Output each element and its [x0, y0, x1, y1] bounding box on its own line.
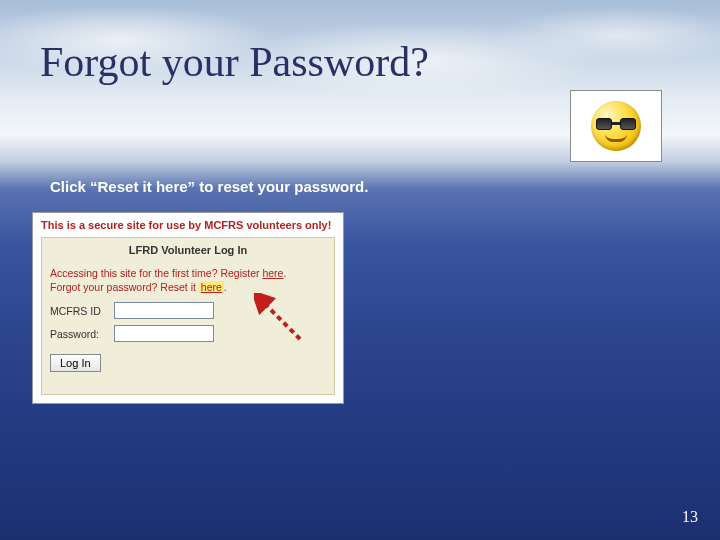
- instruction-suffix: to reset your password.: [195, 178, 368, 195]
- id-label: MCFRS ID: [50, 305, 108, 317]
- instruction-prefix: Click “Reset it: [50, 178, 156, 195]
- form-header: LFRD Volunteer Log In: [50, 244, 326, 256]
- emoji-image: [570, 90, 662, 162]
- instruction-text: Click “Reset it here” to reset your pass…: [50, 178, 368, 195]
- reset-here-link[interactable]: here: [199, 281, 224, 293]
- helper-links: Accessing this site for the first time? …: [50, 266, 326, 294]
- instruction-bold: here”: [156, 178, 195, 195]
- password-row: Password:: [50, 325, 326, 342]
- password-label: Password:: [50, 328, 108, 340]
- cool-smiley-icon: [591, 101, 641, 151]
- id-row: MCFRS ID: [50, 302, 326, 319]
- slide: Forgot your Password? Click “Reset it he…: [0, 0, 720, 540]
- secure-site-note: This is a secure site for use by MCFRS v…: [41, 219, 335, 231]
- mcfrs-id-input[interactable]: [114, 302, 214, 319]
- reset-line: Forgot your password? Reset it here.: [50, 280, 326, 294]
- register-line: Accessing this site for the first time? …: [50, 266, 326, 280]
- log-in-button[interactable]: Log In: [50, 354, 101, 372]
- login-panel-screenshot: This is a secure site for use by MCFRS v…: [32, 212, 344, 404]
- register-here-link[interactable]: here: [262, 267, 283, 279]
- login-form: LFRD Volunteer Log In Accessing this sit…: [41, 237, 335, 395]
- password-input[interactable]: [114, 325, 214, 342]
- page-number: 13: [682, 508, 698, 526]
- slide-title: Forgot your Password?: [40, 38, 429, 86]
